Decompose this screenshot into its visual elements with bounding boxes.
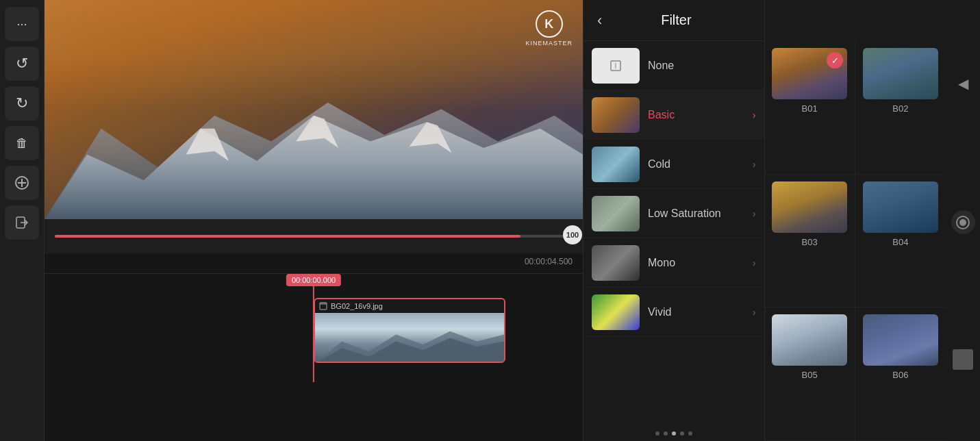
filter-thumb-none: I [592,48,640,84]
filter-grid-b01[interactable]: ✓ B01 [765,41,855,175]
filter-grid-label-b04: B04 [892,237,908,247]
filter-mono-label: Mono [648,257,744,269]
timeline-content: 00:00:00.000 BG02_16v9.jpg [45,274,583,441]
svg-text:I: I [615,62,617,70]
redo-button[interactable]: ↻ [5,86,39,121]
clip-icon [319,302,327,310]
filter-grid-label-b03: B03 [802,237,818,247]
filter-thumb-basic [592,97,640,133]
clip-name: BG02_16v9.jpg [331,302,383,310]
filter-grid-label-b02: B02 [892,103,908,114]
filter-grid-label-b06: B06 [892,370,908,380]
filter-lowsat-chevron: › [753,208,756,219]
scrubber-area: 100 [45,219,583,253]
undo-button[interactable]: ↺ [5,47,39,81]
filter-cold-label: Cold [648,158,744,171]
timeline-header: 00:00:04.500 [45,253,583,274]
scrubber-thumb[interactable]: 100 [563,225,582,244]
filter-grid-label-b05: B05 [802,370,818,380]
filter-none-label: None [648,60,756,72]
filter-header: ‹ Filter [583,0,764,41]
filter-grid-thumb-b04 [863,181,938,233]
dot-1[interactable] [655,431,659,436]
dot-5[interactable] [688,431,692,436]
watermark: K KINEMASTER [525,10,573,47]
filter-grid-thumb-b03 [772,181,847,233]
filter-item-vivid[interactable]: Vivid › [583,288,764,337]
record-button[interactable] [951,210,975,234]
filter-thumb-mono [592,245,640,281]
adjust-button[interactable] [5,166,39,200]
warm-overlay [45,0,583,219]
watermark-text: KINEMASTER [525,40,573,47]
filter-grid-label-b01: B01 [802,103,818,114]
square-button[interactable] [953,349,973,370]
scrubber-fill [55,235,520,238]
filter-mono-chevron: › [753,257,756,268]
right-arrow-button[interactable]: ◀ [951,71,975,95]
filter-grid-b05[interactable]: B05 [765,307,855,441]
filter-grid-b06[interactable]: B06 [855,307,946,441]
clip-item[interactable]: BG02_16v9.jpg [314,298,505,363]
filter-sub-panel: ✓ B01 B02 B03 [765,0,946,441]
current-time-badge: 00:00:00.000 [286,274,341,286]
export-button[interactable] [5,205,39,240]
filter-grid: ✓ B01 B02 B03 [765,41,946,441]
filter-list: I None Basic › Cold › [583,41,764,426]
filter-cold-chevron: › [753,159,756,170]
filter-grid-thumb-b05 [772,314,847,366]
filter-thumb-lowsat [592,196,640,231]
svg-rect-11 [320,303,327,305]
right-edge: ◀ [946,0,980,441]
filter-lowsat-label: Low Saturation [648,207,744,220]
dot-3[interactable] [672,431,676,436]
filter-item-mono[interactable]: Mono › [583,238,764,288]
delete-button[interactable]: 🗑 [5,126,39,160]
clip-thumbnail [315,313,504,363]
filter-basic-chevron: › [753,110,756,121]
filter-thumb-vivid [592,294,640,330]
filter-grid-thumb-b06 [863,314,938,366]
filter-title: Filter [619,12,733,28]
filter-grid-thumb-b01: ✓ [772,48,847,99]
filter-categories: ‹ Filter I None Basic › [583,0,765,441]
main-area: K KINEMASTER 100 00:00:04.500 00:00:00.0… [45,0,583,441]
filter-item-cold[interactable]: Cold › [583,140,764,189]
timeline-area: 00:00:04.500 00:00:00.000 BG02_16v9.jpg [45,253,583,441]
end-timestamp: 00:00:04.500 [525,257,573,266]
dot-2[interactable] [664,431,668,436]
svg-point-18 [959,219,966,226]
watermark-circle: K [536,10,563,38]
filter-grid-b04[interactable]: B04 [855,175,946,308]
left-toolbar: ··· ↺ ↻ 🗑 [0,0,45,441]
menu-button[interactable]: ··· [5,7,39,41]
filter-grid-b03[interactable]: B03 [765,175,855,308]
filter-basic-label: Basic [648,109,744,121]
preview-area: K KINEMASTER [45,0,583,219]
dot-indicators [583,426,764,441]
filter-thumb-cold [592,147,640,182]
back-button[interactable]: ‹ [594,8,605,33]
filter-item-none[interactable]: I None [583,41,764,90]
filter-grid-b02[interactable]: B02 [855,41,946,175]
selected-check-b01: ✓ [827,52,843,68]
filter-item-lowsat[interactable]: Low Saturation › [583,189,764,238]
filter-vivid-chevron: › [753,307,756,318]
filter-panel: ‹ Filter I None Basic › [583,0,946,441]
watermark-letter: K [544,17,553,32]
filter-grid-thumb-b02 [863,48,938,99]
clip-header: BG02_16v9.jpg [315,299,504,313]
preview-image [45,0,583,219]
filter-vivid-label: Vivid [648,306,744,318]
filter-item-basic[interactable]: Basic › [583,90,764,140]
scrubber-track[interactable]: 100 [55,235,573,238]
dot-4[interactable] [680,431,684,436]
